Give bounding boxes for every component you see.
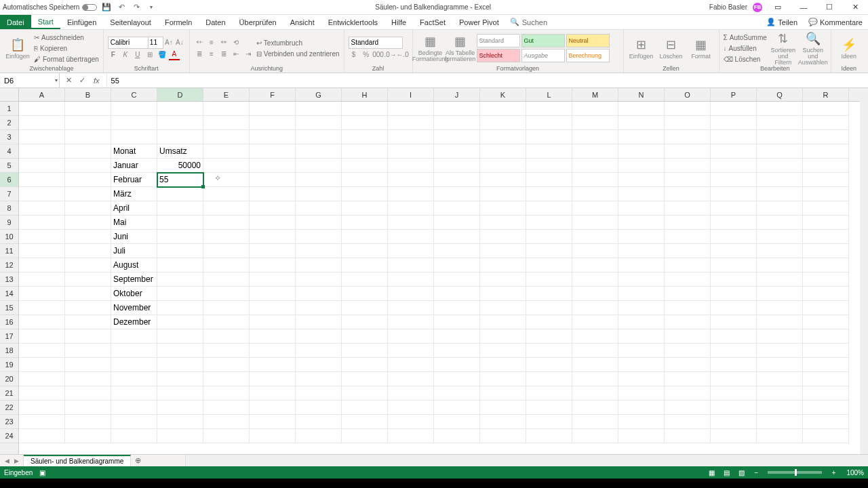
cell-H21[interactable] xyxy=(342,386,388,401)
cell-F16[interactable] xyxy=(250,315,296,329)
row-header-24[interactable]: 24 xyxy=(0,429,18,443)
row-header-3[interactable]: 3 xyxy=(0,130,18,144)
cell-J14[interactable] xyxy=(434,287,480,301)
cell-I4[interactable] xyxy=(388,144,434,159)
cell-O14[interactable] xyxy=(665,287,711,301)
cell-D2[interactable] xyxy=(157,116,203,130)
cell-Q5[interactable] xyxy=(757,159,803,173)
user-avatar[interactable]: FB xyxy=(753,3,762,12)
cell-O8[interactable] xyxy=(665,201,711,216)
cell-Q11[interactable] xyxy=(757,244,803,258)
cell-H13[interactable] xyxy=(342,272,388,287)
macro-record-icon[interactable]: ▣ xyxy=(39,469,45,476)
cell-N16[interactable] xyxy=(618,315,665,329)
cell-N4[interactable] xyxy=(618,144,665,159)
cell-A23[interactable] xyxy=(19,415,65,429)
cell-G9[interactable] xyxy=(296,216,342,230)
cell-I6[interactable] xyxy=(388,173,434,187)
cell-R15[interactable] xyxy=(803,301,849,315)
cell-A18[interactable] xyxy=(19,344,65,358)
cell-L2[interactable] xyxy=(526,116,572,130)
cell-G2[interactable] xyxy=(296,116,342,130)
cell-R10[interactable] xyxy=(803,230,849,244)
cell-I10[interactable] xyxy=(388,230,434,244)
cell-C9[interactable]: Mai xyxy=(111,216,157,230)
cell-C4[interactable]: Monat xyxy=(111,144,157,159)
cell-D5[interactable]: 50000 xyxy=(157,159,203,173)
cell-K14[interactable] xyxy=(480,287,526,301)
cell-C22[interactable] xyxy=(111,401,157,415)
cells-area[interactable]: MonatUmsatzJanuar50000Februar55MärzApril… xyxy=(19,102,860,454)
cell-A13[interactable] xyxy=(19,272,65,287)
format-as-table-button[interactable]: ▦ Als Tabelle formatieren xyxy=(447,32,474,64)
tab-ueberpruefen[interactable]: Überprüfen xyxy=(233,15,283,29)
autosum-button[interactable]: ΣAutoSumme xyxy=(724,33,767,43)
cell-N14[interactable] xyxy=(618,287,665,301)
cell-L19[interactable] xyxy=(526,358,572,372)
cell-O7[interactable] xyxy=(665,187,711,201)
cell-H19[interactable] xyxy=(342,358,388,372)
cell-N10[interactable] xyxy=(618,230,665,244)
cell-Q14[interactable] xyxy=(757,287,803,301)
tab-daten[interactable]: Daten xyxy=(199,15,232,29)
row-header-10[interactable]: 10 xyxy=(0,230,18,244)
cell-I21[interactable] xyxy=(388,386,434,401)
cell-E18[interactable] xyxy=(203,344,250,358)
cell-M16[interactable] xyxy=(572,315,618,329)
cell-C19[interactable] xyxy=(111,358,157,372)
cell-P17[interactable] xyxy=(711,329,757,344)
cell-L20[interactable] xyxy=(526,372,572,386)
cell-O9[interactable] xyxy=(665,216,711,230)
cell-I23[interactable] xyxy=(388,415,434,429)
cell-Q10[interactable] xyxy=(757,230,803,244)
cell-N22[interactable] xyxy=(618,401,665,415)
cell-N17[interactable] xyxy=(618,329,665,344)
cell-B8[interactable] xyxy=(65,201,111,216)
cell-F9[interactable] xyxy=(250,216,296,230)
cell-P19[interactable] xyxy=(711,358,757,372)
cell-G16[interactable] xyxy=(296,315,342,329)
cell-B21[interactable] xyxy=(65,386,111,401)
cell-B3[interactable] xyxy=(65,130,111,144)
normal-view-icon[interactable]: ▦ xyxy=(705,468,717,477)
cell-L22[interactable] xyxy=(526,401,572,415)
cell-P14[interactable] xyxy=(711,287,757,301)
cut-button[interactable]: ✂Ausschneiden xyxy=(34,33,99,43)
cell-D10[interactable] xyxy=(157,230,203,244)
cell-Q6[interactable] xyxy=(757,173,803,187)
cell-J8[interactable] xyxy=(434,201,480,216)
cell-O24[interactable] xyxy=(665,429,711,443)
cell-Q4[interactable] xyxy=(757,144,803,159)
cell-C17[interactable] xyxy=(111,329,157,344)
cell-B9[interactable] xyxy=(65,216,111,230)
cell-G22[interactable] xyxy=(296,401,342,415)
cell-L16[interactable] xyxy=(526,315,572,329)
cell-F6[interactable] xyxy=(250,173,296,187)
cell-D9[interactable] xyxy=(157,216,203,230)
cell-M15[interactable] xyxy=(572,301,618,315)
cell-A11[interactable] xyxy=(19,244,65,258)
cell-B12[interactable] xyxy=(65,258,111,272)
row-header-9[interactable]: 9 xyxy=(0,216,18,230)
cell-F5[interactable] xyxy=(250,159,296,173)
cell-P4[interactable] xyxy=(711,144,757,159)
tab-formeln[interactable]: Formeln xyxy=(158,15,199,29)
file-tab[interactable]: Datei xyxy=(0,15,31,29)
percent-icon[interactable]: % xyxy=(361,49,372,60)
cell-M18[interactable] xyxy=(572,344,618,358)
cell-G24[interactable] xyxy=(296,429,342,443)
cell-M11[interactable] xyxy=(572,244,618,258)
cell-H4[interactable] xyxy=(342,144,388,159)
confirm-edit-icon[interactable]: ✓ xyxy=(77,76,87,85)
cell-R8[interactable] xyxy=(803,201,849,216)
cell-P5[interactable] xyxy=(711,159,757,173)
cell-I3[interactable] xyxy=(388,130,434,144)
cell-D21[interactable] xyxy=(157,386,203,401)
cell-N13[interactable] xyxy=(618,272,665,287)
cell-H20[interactable] xyxy=(342,372,388,386)
cell-H5[interactable] xyxy=(342,159,388,173)
page-break-view-icon[interactable]: ▧ xyxy=(735,468,747,477)
cell-H16[interactable] xyxy=(342,315,388,329)
cell-N2[interactable] xyxy=(618,116,665,130)
indent-dec-icon[interactable]: ⇤ xyxy=(231,49,241,60)
